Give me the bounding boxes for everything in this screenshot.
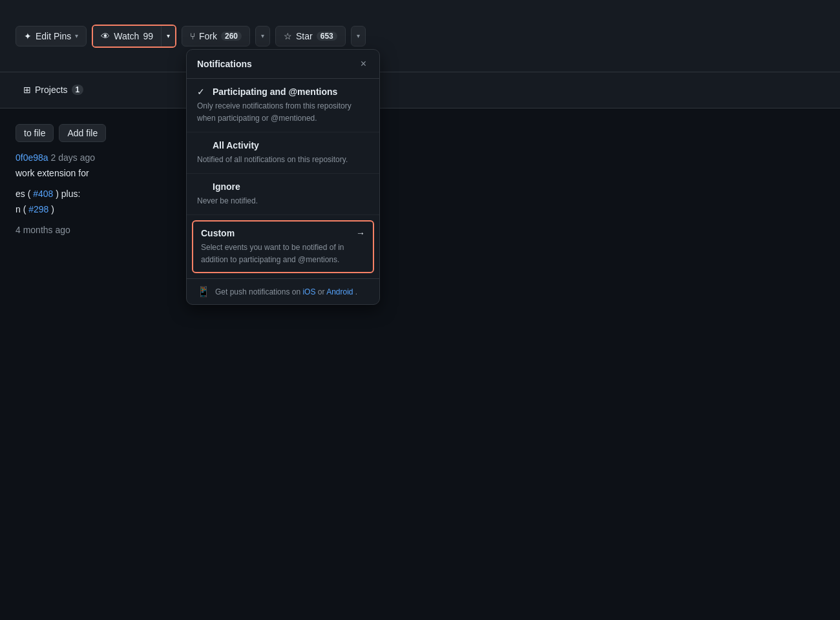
issue1-suffix: ) plus: <box>56 189 80 199</box>
ios-link[interactable]: iOS <box>302 287 315 296</box>
watch-button-group: 👁 Watch 99 ▾ <box>92 25 176 48</box>
add-file-button[interactable]: Add file <box>59 124 106 142</box>
issue2-prefix: n ( <box>16 204 26 214</box>
ignore-title: Ignore <box>213 181 240 192</box>
issue1-prefix: es ( <box>16 189 30 199</box>
participating-desc: Only receive notifications from this rep… <box>197 101 352 123</box>
option-all-activity-header: ✓ All Activity <box>197 140 369 150</box>
fork-dropdown-button[interactable]: ▾ <box>255 26 270 46</box>
android-link[interactable]: Android <box>326 287 353 296</box>
edit-pins-label: Edit Pins <box>36 31 71 41</box>
issue-line-2: n ( #298 ) <box>16 204 824 214</box>
star-label: Star <box>296 31 313 41</box>
chevron-down-icon: ▾ <box>357 32 360 39</box>
option-all-activity[interactable]: ✓ All Activity Notified of all notificat… <box>187 132 379 174</box>
pin-icon: ✦ <box>24 31 32 41</box>
fork-icon: ⑂ <box>190 31 195 41</box>
edit-pins-button[interactable]: ✦ Edit Pins ▾ <box>16 26 87 46</box>
commit-time: 2 days ago <box>51 152 96 163</box>
file-toolbar: to file Add file <box>16 124 824 142</box>
table-icon: ⊞ <box>23 85 31 95</box>
option-participating-header: ✓ Participating and @mentions <box>197 87 369 97</box>
dropdown-header: Notifications × <box>187 50 379 79</box>
add-file-label: Add file <box>67 128 98 138</box>
fork-label: Fork <box>199 31 217 41</box>
issue1-link[interactable]: #408 <box>33 189 53 199</box>
watch-count-badge: 99 <box>143 31 153 41</box>
content-area: to file Add file 0f0e98a 2 days ago work… <box>0 108 840 620</box>
footer-text-label: Get push notifications on <box>215 287 300 296</box>
issue2-link[interactable]: #298 <box>28 204 48 214</box>
eye-icon: 👁 <box>101 31 110 41</box>
close-button[interactable]: × <box>358 57 369 70</box>
arrow-icon: → <box>356 228 365 238</box>
commit-hash[interactable]: 0f0e98a <box>16 152 48 163</box>
projects-label: Projects <box>35 85 68 95</box>
star-count-badge: 653 <box>317 32 337 41</box>
go-to-file-label: to file <box>24 128 45 138</box>
desc-suffix: work extension for <box>16 168 89 178</box>
footer-or: or <box>318 287 325 296</box>
dropdown-footer: 📱 Get push notifications on iOS or Andro… <box>187 278 379 304</box>
description-text: work extension for <box>16 168 824 178</box>
star-icon: ☆ <box>284 31 292 41</box>
footer-period: . <box>355 287 357 296</box>
tab-projects[interactable]: ⊞ Projects 1 <box>16 79 91 101</box>
issue2-suffix: ) <box>51 204 54 214</box>
chevron-down-icon: ▾ <box>261 32 264 39</box>
footer-time: 4 months ago <box>16 225 824 235</box>
check-icon: ✓ <box>197 87 207 97</box>
footer-text: Get push notifications on iOS or Android… <box>215 287 357 296</box>
custom-title: Custom <box>201 228 235 238</box>
fork-count-badge: 260 <box>221 32 242 41</box>
all-activity-desc: Notified of all notifications on this re… <box>197 155 348 164</box>
option-custom[interactable]: Custom → Select events you want to be no… <box>192 220 374 273</box>
fork-main-button[interactable]: ⑂ Fork 260 <box>182 26 250 46</box>
mobile-icon: 📱 <box>197 285 210 298</box>
commit-info: 0f0e98a 2 days ago <box>16 152 824 163</box>
go-to-file-button[interactable]: to file <box>16 124 54 142</box>
star-main-button[interactable]: ☆ Star 653 <box>275 26 346 46</box>
months-ago-text: 4 months ago <box>16 225 70 235</box>
option-ignore[interactable]: ✓ Ignore Never be notified. <box>187 174 379 215</box>
watch-dropdown-button[interactable]: ▾ <box>161 26 175 46</box>
toolbar: ✦ Edit Pins ▾ 👁 Watch 99 ▾ ⑂ Fork 260 ▾ … <box>0 0 840 72</box>
issue-line-1: es ( #408 ) plus: <box>16 189 824 199</box>
nav-row: ⊞ Projects 1 <box>0 72 840 108</box>
participating-title: Participating and @mentions <box>213 87 337 97</box>
watch-label: Watch <box>114 31 139 41</box>
ignore-desc: Never be notified. <box>197 196 258 205</box>
custom-desc: Select events you want to be notified of… <box>201 243 344 264</box>
dropdown-title: Notifications <box>197 59 252 69</box>
watch-main-button[interactable]: 👁 Watch 99 <box>93 26 161 46</box>
notifications-dropdown: Notifications × ✓ Participating and @men… <box>186 49 380 305</box>
all-activity-title: All Activity <box>213 140 259 150</box>
option-ignore-header: ✓ Ignore <box>197 181 369 192</box>
option-participating[interactable]: ✓ Participating and @mentions Only recei… <box>187 79 379 132</box>
chevron-down-icon: ▾ <box>167 32 170 39</box>
custom-option-header: Custom → <box>201 228 365 238</box>
chevron-down-icon: ▾ <box>75 32 78 39</box>
star-dropdown-button[interactable]: ▾ <box>351 26 366 46</box>
projects-count-badge: 1 <box>72 85 84 95</box>
